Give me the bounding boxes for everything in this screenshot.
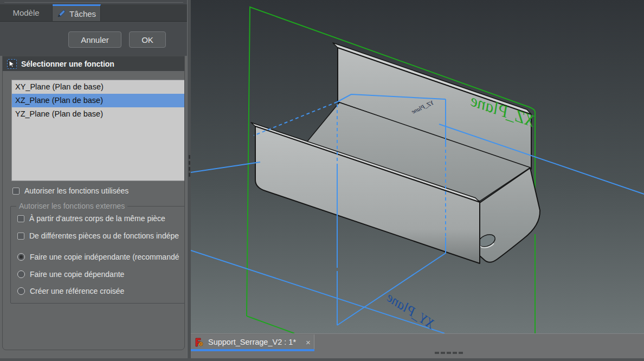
document-tab-bar: Support_Serrage_V2 : 1* × — [191, 333, 644, 358]
ok-button[interactable]: OK — [129, 31, 166, 48]
external-features-group: Autoriser les fonctions externes À parti… — [10, 206, 185, 304]
radio-circle[interactable] — [17, 270, 25, 278]
splitter-dash — [459, 352, 463, 354]
document-tab-title: Support_Serrage_V2 : 1* — [208, 338, 296, 346]
radio-dependent-copy-label: Faire une copie dépendante — [30, 270, 124, 279]
splitter-dash — [189, 155, 190, 159]
checkbox-box[interactable] — [12, 188, 20, 195]
checkbox-allow-used-features[interactable]: Autoriser les fonctions utilisées — [12, 186, 128, 195]
feature-list[interactable]: XY_Plane (Plan de base) XZ_Plane (Plan d… — [11, 80, 185, 181]
pencil-icon — [57, 9, 66, 18]
external-features-group-title: Autoriser les fonctions externes — [16, 202, 127, 210]
radio-independent-copy[interactable]: Faire une copie indépendante (recommandé — [17, 253, 179, 261]
horizontal-splitter-handle[interactable] — [435, 352, 463, 354]
splitter-dash — [453, 352, 457, 354]
tab-tasks[interactable]: Tâches — [53, 4, 101, 21]
checkbox-other-bodies-label: À partir d'autres corps de la même pièce — [29, 214, 165, 223]
freecad-window: Modèle Tâches Annuler OK — [0, 0, 644, 361]
radio-dependent-copy[interactable]: Faire une copie dépendante — [17, 270, 124, 279]
cancel-button[interactable]: Annuler — [68, 31, 121, 48]
radio-cross-reference-label: Créer une référence croisée — [30, 287, 124, 295]
splitter-dash — [189, 173, 190, 177]
splitter-dash — [441, 352, 445, 354]
task-box-header: Sélectionner une fonction — [3, 56, 184, 71]
splitter-dash — [189, 161, 190, 165]
checkbox-allow-used-label: Autoriser les fonctions utilisées — [24, 186, 128, 195]
panel-top-area: Modèle Tâches Annuler OK — [0, 0, 187, 56]
checkbox-box[interactable] — [17, 215, 24, 222]
task-panel: Modèle Tâches Annuler OK — [0, 0, 187, 361]
splitter-dash — [447, 352, 451, 354]
dialog-buttons: Annuler OK — [0, 31, 187, 48]
radio-independent-copy-label: Faire une copie indépendante (recommandé — [30, 253, 179, 261]
checkbox-other-parts[interactable]: De différentes pièces ou de fonctions in… — [17, 231, 179, 240]
list-item-xy-plane[interactable]: XY_Plane (Plan de base) — [12, 80, 185, 94]
radio-cross-reference[interactable]: Créer une référence croisée — [17, 287, 124, 295]
checkbox-other-bodies[interactable]: À partir d'autres corps de la même pièce — [17, 214, 165, 223]
document-tab[interactable]: Support_Serrage_V2 : 1* × — [191, 334, 314, 350]
clipped-widget-edge — [4, 1, 183, 3]
3d-viewport[interactable]: XZ_Plane XY_Plane YZ_Plane — [191, 0, 644, 333]
splitter-dash — [435, 352, 439, 354]
checkbox-other-parts-label: De différentes pièces ou de fonctions in… — [29, 231, 179, 240]
tab-model[interactable]: Modèle — [0, 4, 53, 21]
panel-tab-bar: Modèle Tâches — [0, 4, 187, 22]
active-tab-underline — [191, 349, 314, 351]
freecad-icon — [195, 338, 204, 347]
status-bar-edge — [0, 358, 644, 361]
radio-circle[interactable] — [17, 253, 25, 261]
close-icon[interactable]: × — [306, 338, 311, 346]
select-feature-box: Sélectionner une fonction XY_Plane (Plan… — [2, 56, 185, 350]
select-cursor-icon — [7, 59, 17, 69]
vertical-splitter[interactable] — [187, 0, 191, 361]
checkbox-box[interactable] — [17, 233, 24, 240]
task-box-title: Sélectionner une fonction — [21, 60, 114, 68]
list-item-yz-plane[interactable]: YZ_Plane (Plan de base) — [12, 107, 185, 121]
splitter-dash — [189, 167, 190, 171]
radio-circle[interactable] — [17, 287, 25, 295]
tab-model-label: Modèle — [12, 8, 39, 17]
list-item-xz-plane[interactable]: XZ_Plane (Plan de base) — [12, 94, 185, 107]
tab-tasks-label: Tâches — [69, 9, 96, 18]
